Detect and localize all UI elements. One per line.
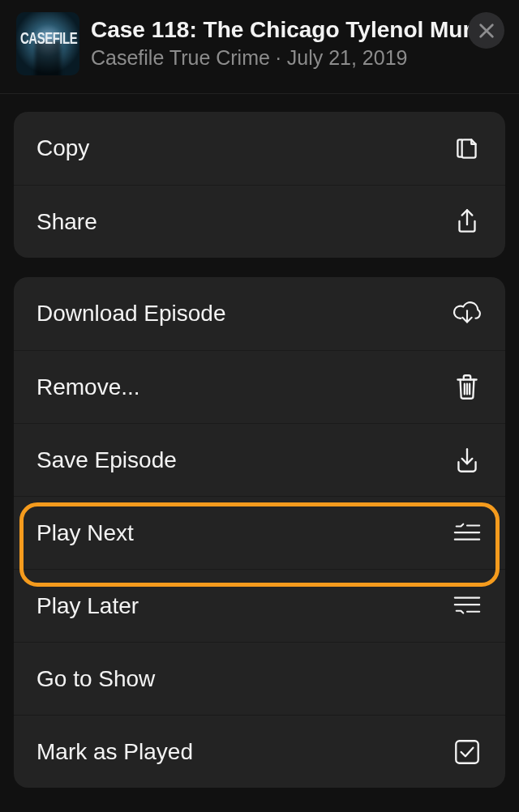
- remove-label: Remove...: [36, 374, 452, 400]
- share-row[interactable]: Share: [14, 185, 505, 258]
- episode-header: CASEFILE Case 118: The Chicago Tylenol M…: [0, 0, 519, 94]
- close-button[interactable]: [468, 12, 504, 49]
- share-icon: [452, 207, 483, 237]
- close-icon: [478, 22, 495, 40]
- go-to-show-label: Go to Show: [36, 666, 483, 692]
- menu-group-1: Copy Share: [14, 112, 505, 258]
- save-episode-label: Save Episode: [36, 447, 452, 473]
- download-episode-label: Download Episode: [36, 301, 452, 327]
- artwork-title-text: CASEFILE: [20, 28, 77, 46]
- checkbox-checked-icon: [452, 737, 483, 767]
- save-episode-row[interactable]: Save Episode: [14, 423, 505, 496]
- download-episode-row[interactable]: Download Episode: [14, 277, 505, 350]
- copy-row[interactable]: Copy: [14, 112, 505, 185]
- mark-as-played-row[interactable]: Mark as Played: [14, 715, 505, 788]
- svg-rect-0: [456, 741, 478, 763]
- play-next-icon: [452, 518, 483, 549]
- header-text: Case 118: The Chicago Tylenol Mur... Cas…: [91, 18, 504, 70]
- episode-subtitle: Casefile True Crime · July 21, 2019: [91, 46, 504, 70]
- play-next-label: Play Next: [36, 520, 452, 546]
- remove-row[interactable]: Remove...: [14, 350, 505, 423]
- cloud-download-icon: [452, 298, 483, 329]
- copy-label: Copy: [36, 135, 452, 161]
- save-download-icon: [452, 445, 483, 476]
- episode-title: Case 118: The Chicago Tylenol Mur...: [91, 18, 504, 43]
- play-later-label: Play Later: [36, 593, 452, 619]
- podcast-artwork: CASEFILE: [16, 12, 79, 75]
- play-later-row[interactable]: Play Later: [14, 569, 505, 642]
- share-label: Share: [36, 209, 452, 235]
- trash-icon: [452, 372, 483, 403]
- play-later-icon: [452, 591, 483, 622]
- copy-icon: [452, 133, 483, 164]
- go-to-show-row[interactable]: Go to Show: [14, 642, 505, 715]
- mark-as-played-label: Mark as Played: [36, 739, 452, 765]
- menu-group-2: Download Episode Remove... Save Episode: [14, 277, 505, 788]
- play-next-row[interactable]: Play Next: [14, 496, 505, 569]
